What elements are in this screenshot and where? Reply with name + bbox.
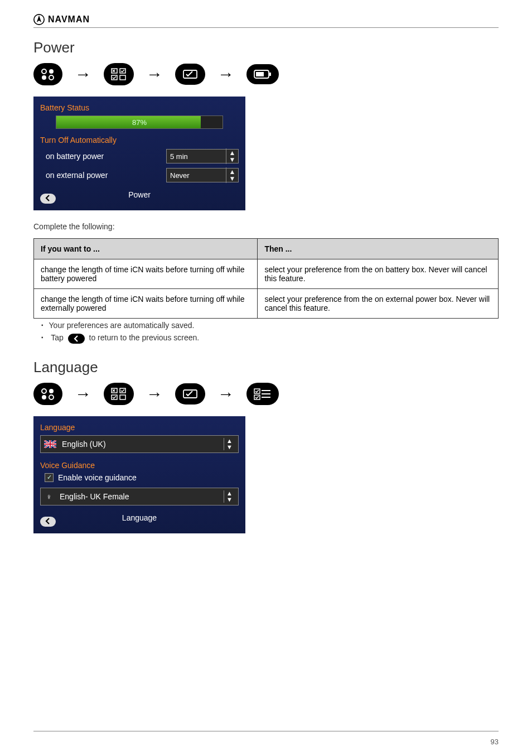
on-battery-value: 5 min	[167, 151, 226, 162]
power-screenshot: Battery Status 87% Turn Off Automaticall…	[33, 97, 245, 210]
power-intro: Complete the following:	[33, 221, 499, 233]
bullet-autosave: Your preferences are automatically saved…	[41, 321, 499, 330]
language-value: English (UK)	[62, 440, 218, 449]
navman-logo-icon	[33, 14, 45, 25]
svg-rect-12	[256, 72, 264, 76]
on-battery-spinbox[interactable]: 5 min ▲▼	[166, 149, 239, 163]
arrow-icon: →	[217, 386, 234, 402]
footer-rule	[33, 731, 499, 731]
preferences-icon	[104, 63, 134, 85]
cell-then: select your preference from the on exter…	[258, 288, 499, 318]
brand-text: NAVMAN	[48, 15, 90, 25]
language-selector[interactable]: English (UK) ▲▼	[40, 435, 239, 453]
svg-point-3	[42, 75, 46, 80]
breadcrumb-language: → → →	[33, 383, 499, 405]
svg-point-14	[49, 389, 54, 393]
enable-voice-label: Enable voice guidance	[58, 473, 137, 482]
arrow-icon: →	[75, 66, 91, 83]
col-then: Then ...	[258, 238, 499, 259]
screen-title: Language	[122, 513, 157, 522]
settings-icon	[175, 383, 205, 405]
on-external-spinbox[interactable]: Never ▲▼	[166, 168, 239, 182]
power-bullets: Your preferences are automatically saved…	[41, 321, 499, 342]
svg-rect-8	[120, 75, 125, 80]
settings-icon	[175, 64, 205, 85]
spinner-icon[interactable]: ▲▼	[226, 148, 238, 164]
arrow-icon: →	[217, 66, 234, 83]
svg-point-4	[49, 75, 54, 80]
arrow-icon: →	[75, 386, 91, 402]
svg-rect-20	[120, 395, 125, 399]
language-icon	[246, 383, 279, 405]
breadcrumb-power: → → →	[33, 63, 499, 85]
screen-title: Power	[128, 190, 151, 199]
turn-off-label: Turn Off Automatically	[40, 136, 239, 145]
arrow-icon: →	[146, 386, 163, 402]
bullet-back-post: to return to the previous screen.	[89, 333, 200, 342]
uk-flag-icon	[44, 440, 56, 448]
voice-selector[interactable]: ♀ English- UK Female ▲▼	[40, 488, 239, 505]
person-icon: ♀	[44, 492, 54, 501]
on-external-label: on external power	[40, 171, 166, 180]
svg-point-16	[49, 395, 54, 399]
chevron-left-icon	[45, 518, 51, 524]
bullet-back: Tap to return to the previous screen.	[41, 332, 499, 342]
bullet-back-pre: Tap	[51, 333, 64, 342]
cell-if: change the length of time iCN waits befo…	[34, 259, 258, 288]
back-button[interactable]	[40, 517, 56, 527]
language-screenshot: Language English (UK) ▲▼ Voice Guidance …	[33, 416, 245, 533]
voice-value: English- UK Female	[60, 492, 218, 501]
spinner-icon[interactable]: ▲▼	[224, 490, 235, 503]
on-battery-label: on battery power	[40, 152, 166, 161]
power-icon	[246, 64, 279, 84]
checkbox-icon[interactable]: ✓	[45, 473, 54, 482]
brand-logo: NAVMAN	[33, 14, 499, 25]
header: NAVMAN	[33, 14, 499, 28]
on-external-value: Never	[167, 170, 226, 181]
col-if: If you want to ...	[34, 238, 258, 259]
main-menu-icon	[33, 383, 62, 405]
cell-if: change the length of time iCN waits befo…	[34, 288, 258, 318]
back-icon-inline	[68, 334, 85, 344]
svg-point-13	[42, 389, 46, 393]
battery-bar: 87%	[56, 115, 223, 129]
voice-guidance-label: Voice Guidance	[40, 461, 239, 470]
chevron-left-icon	[73, 335, 80, 342]
battery-percent-label: 87%	[56, 118, 223, 127]
svg-point-1	[42, 69, 46, 74]
section-title-power: Power	[33, 39, 499, 56]
page-number: 93	[491, 738, 499, 746]
language-label: Language	[40, 423, 239, 432]
main-menu-icon	[33, 63, 62, 85]
spinner-icon[interactable]: ▲▼	[226, 167, 238, 183]
power-options-table: If you want to ... Then ... change the l…	[33, 238, 499, 319]
preferences-icon	[104, 383, 134, 405]
cell-then: select your preference from the on batte…	[258, 259, 499, 288]
section-title-language: Language	[33, 359, 499, 376]
table-row: change the length of time iCN waits befo…	[34, 288, 499, 318]
arrow-icon: →	[146, 66, 163, 83]
battery-status-label: Battery Status	[40, 103, 239, 112]
svg-point-2	[49, 69, 54, 74]
svg-point-15	[42, 395, 46, 399]
svg-rect-11	[269, 73, 271, 76]
enable-voice-checkbox-row[interactable]: ✓ Enable voice guidance	[40, 473, 239, 482]
spinner-icon[interactable]: ▲▼	[224, 438, 235, 450]
back-button[interactable]	[40, 194, 56, 204]
table-row: change the length of time iCN waits befo…	[34, 259, 499, 288]
chevron-left-icon	[45, 195, 51, 201]
